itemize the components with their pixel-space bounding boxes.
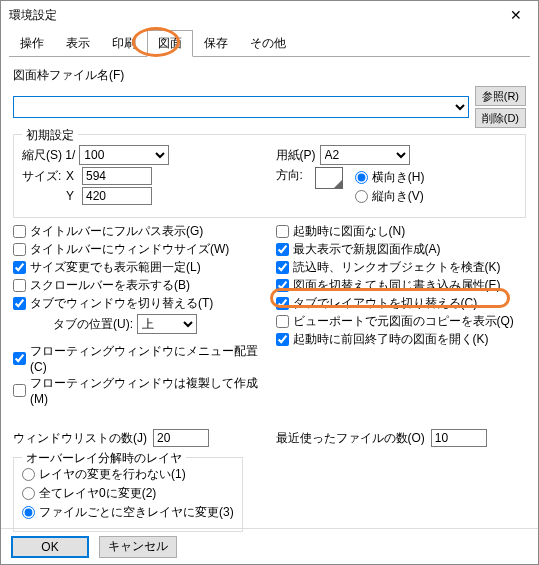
overlay-opt3[interactable]: [22, 506, 35, 519]
size-x-label: X: [66, 169, 78, 183]
overlay-title: オーバーレイ分解時のレイヤ: [22, 450, 186, 467]
tab-strip: 操作 表示 印刷 図面 保存 その他: [9, 29, 530, 57]
chk-floatmenu[interactable]: [13, 352, 26, 365]
tab-hozon[interactable]: 保存: [193, 30, 239, 57]
chk-viewport[interactable]: [276, 315, 289, 328]
chk-resize[interactable]: [13, 261, 26, 274]
size-label: サイズ:: [22, 168, 62, 185]
close-button[interactable]: ✕: [496, 2, 536, 28]
group-title: 初期設定: [22, 127, 78, 144]
chk-linkcheck[interactable]: [276, 261, 289, 274]
recent-input[interactable]: [431, 429, 487, 447]
recent-label: 最近使ったファイルの数(O): [276, 430, 425, 447]
tabpos-select[interactable]: 上: [137, 314, 197, 334]
browse-button[interactable]: 参照(R): [475, 86, 526, 106]
frame-file-label: 図面枠ファイル名(F): [13, 67, 124, 84]
scale-select[interactable]: 100: [79, 145, 169, 165]
chk-nodrawing[interactable]: [276, 225, 289, 238]
winlist-input[interactable]: [153, 429, 209, 447]
chk-sameattr[interactable]: [276, 279, 289, 292]
orient-label: 方向:: [276, 167, 303, 184]
window-title: 環境設定: [9, 7, 57, 24]
size-y-label: Y: [66, 189, 78, 203]
cancel-button[interactable]: キャンセル: [99, 536, 177, 558]
orient-landscape-label: 横向き(H): [372, 169, 425, 186]
overlay-opt1[interactable]: [22, 468, 35, 481]
chk-tablayout[interactable]: [276, 297, 289, 310]
tab-insatsu[interactable]: 印刷: [101, 30, 147, 57]
winlist-label: ウィンドウリストの数(J): [13, 430, 147, 447]
overlay-opt2[interactable]: [22, 487, 35, 500]
orient-landscape-radio[interactable]: [355, 171, 368, 184]
chk-reopen[interactable]: [276, 333, 289, 346]
paper-select[interactable]: A2: [320, 145, 410, 165]
paper-label: 用紙(P): [276, 147, 316, 164]
delete-button[interactable]: 削除(D): [475, 108, 526, 128]
paper-icon: [315, 167, 343, 189]
orient-portrait-label: 縦向き(V): [372, 188, 424, 205]
chk-winsize[interactable]: [13, 243, 26, 256]
tab-zumen[interactable]: 図面: [147, 30, 193, 57]
chk-maxnew[interactable]: [276, 243, 289, 256]
tab-hyouji[interactable]: 表示: [55, 30, 101, 57]
ok-button[interactable]: OK: [11, 536, 89, 558]
tabpos-label: タブの位置(U):: [53, 316, 133, 333]
chk-scrollbar[interactable]: [13, 279, 26, 292]
size-y-input[interactable]: [82, 187, 152, 205]
size-x-input[interactable]: [82, 167, 152, 185]
tab-sousa[interactable]: 操作: [9, 30, 55, 57]
chk-tabwin[interactable]: [13, 297, 26, 310]
frame-file-select[interactable]: [13, 96, 469, 118]
scale-label: 縮尺(S) 1/: [22, 147, 75, 164]
orient-portrait-radio[interactable]: [355, 190, 368, 203]
chk-fullpath[interactable]: [13, 225, 26, 238]
tab-sonota[interactable]: その他: [239, 30, 297, 57]
chk-floatcopy[interactable]: [13, 384, 26, 397]
